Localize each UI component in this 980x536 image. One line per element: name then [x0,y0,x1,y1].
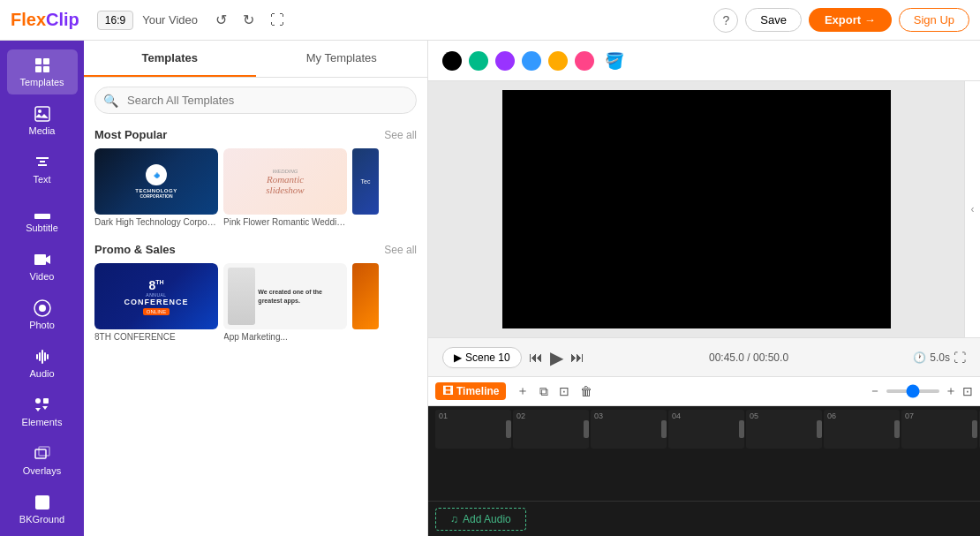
play-scene-button[interactable]: ▶ Scene 10 [442,347,522,368]
delete-button[interactable]: 🗑 [578,382,594,400]
tab-templates[interactable]: Templates [84,41,256,77]
template-label-wedding: Pink Flower Romantic Wedding ... [223,217,347,227]
svg-point-8 [39,305,46,312]
undo-button[interactable]: ↺ [212,8,230,32]
add-audio-button[interactable]: ♫ Add Audio [435,508,526,531]
handle-right-03[interactable] [661,420,667,438]
skip-back-button[interactable]: ⏮ [529,350,543,366]
promo-sales-see-all[interactable]: See all [384,244,417,256]
timeline-actions: ＋ ⧉ ⊡ 🗑 [515,381,594,401]
color-dot-blue[interactable] [522,51,541,71]
sidebar-item-elements[interactable]: Elements [7,389,78,434]
timeline-bar: 🎞 Timeline ＋ ⧉ ⊡ 🗑 － ＋ ⊡ [428,376,980,406]
color-bucket-icon[interactable]: 🪣 [605,51,624,71]
add-scene-button[interactable]: ＋ [515,381,531,401]
template-card-wedding[interactable]: WEDDING Romanticslideshow Pink Flower Ro… [223,148,347,227]
color-dot-yellow[interactable] [548,51,568,71]
template-thumb-conference: 8TH ANNUAL CONFERENCE ONLINE [94,263,218,329]
fullscreen-button[interactable]: ⛶ [267,9,288,32]
templates-panel: Templates My Templates 🔍 Most Popular Se… [84,41,428,536]
search-input[interactable] [94,87,417,114]
track-segment-02[interactable]: 02 [513,410,589,449]
video-canvas-area [428,81,964,337]
video-name-label: Your Video [142,13,198,26]
subtitle-icon [34,202,51,220]
play-pause-button[interactable]: ▶ [550,347,563,368]
duration-value: 5.0s [930,351,950,364]
sidebar-item-label: Video [30,271,55,282]
color-dot-teal[interactable] [469,51,488,71]
sidebar-item-templates[interactable]: Templates [7,49,78,94]
redo-button[interactable]: ↻ [239,8,258,32]
main-area: Templates Media Text Subtitle Video Phot… [0,41,980,536]
template-thumb-wedding: WEDDING Romanticslideshow [223,148,347,215]
tab-my-templates[interactable]: My Templates [256,41,428,77]
export-button[interactable]: Export → [809,8,892,32]
text-icon [34,154,51,171]
fit-to-screen-button[interactable]: ⊡ [962,384,973,398]
track-segment-07[interactable]: 07 [901,410,977,449]
track-segment-04[interactable]: 04 [668,410,744,449]
help-button[interactable]: ? [713,8,738,33]
app-logo: FlexClip [11,10,79,30]
track-row-main: 01 02 03 04 05 [428,406,980,452]
sidebar-item-label: Subtitle [26,223,58,233]
svg-rect-0 [35,58,41,64]
template-card-tech[interactable]: 🔷 TECHNOLOGY CORPORATION Dark High Techn… [94,148,218,227]
sidebar-item-text[interactable]: Text [7,147,78,192]
sidebar-item-audio[interactable]: Audio [7,341,78,386]
sidebar-item-overlays[interactable]: Overlays [7,438,78,483]
track-segment-03[interactable]: 03 [591,410,667,449]
handle-right-07[interactable] [972,420,977,438]
overlays-icon [34,445,51,463]
expand-button[interactable]: ⛶ [954,351,966,365]
template-card-app[interactable]: We created one of the greatest apps. App… [223,263,347,342]
zoom-out-button[interactable]: － [869,383,881,399]
svg-rect-7 [34,254,46,265]
split-button[interactable]: ⊡ [557,382,571,400]
duplicate-button[interactable]: ⧉ [538,382,550,401]
handle-right-06[interactable] [894,420,900,438]
sidebar-item-media[interactable]: Media [7,98,78,143]
track-segment-01[interactable]: 01 [435,410,511,449]
timeline-label[interactable]: 🎞 Timeline [435,382,506,400]
color-dot-pink[interactable] [575,51,594,71]
track-segment-06[interactable]: 06 [824,410,900,449]
handle-right-04[interactable] [739,420,744,438]
svg-rect-2 [35,66,41,72]
panel-tabs: Templates My Templates [84,41,427,78]
zoom-slider[interactable] [886,389,939,393]
signup-button[interactable]: Sign Up [899,8,969,32]
sidebar-item-video[interactable]: Video [7,244,78,289]
handle-right-01[interactable] [506,420,511,438]
template-card-conference[interactable]: 8TH ANNUAL CONFERENCE ONLINE 8TH CONFERE… [94,263,218,342]
sidebar-item-subtitle[interactable]: Subtitle [7,195,78,240]
svg-rect-4 [35,107,49,121]
zoom-in-button[interactable]: ＋ [945,383,957,399]
save-button[interactable]: Save [745,8,802,32]
sidebar-item-bkground[interactable]: BKGround [7,487,78,532]
skip-forward-button[interactable]: ⏭ [570,350,584,366]
most-popular-see-all[interactable]: See all [384,129,417,141]
timeline-label-text: Timeline [456,385,499,397]
sidebar-item-photo[interactable]: Photo [7,292,78,337]
template-card-partial-1[interactable]: Tec [352,148,379,215]
music-icon: ♫ [450,513,458,525]
promo-sales-grid: 8TH ANNUAL CONFERENCE ONLINE 8TH CONFERE… [84,263,427,352]
color-dot-purple[interactable] [495,51,515,71]
audio-icon [34,348,51,366]
handle-right-02[interactable] [584,420,589,438]
video-canvas [502,90,891,328]
track-segment-05[interactable]: 05 [746,410,822,449]
color-dot-black[interactable] [442,51,462,71]
svg-rect-1 [43,58,49,64]
handle-right-05[interactable] [817,420,822,438]
panel-collapse-button[interactable]: ‹ [964,81,980,337]
playback-controls: ▶ Scene 10 ⏮ ▶ ⏭ [442,347,584,368]
template-card-partial-2[interactable] [352,263,379,329]
playback-bar: ▶ Scene 10 ⏮ ▶ ⏭ 00:45.0 / 00:50.0 🕐 5.0… [428,337,980,376]
sidebar-item-label: Audio [29,368,54,379]
search-icon: 🔍 [103,94,118,108]
aspect-ratio-button[interactable]: 16:9 [97,11,133,30]
svg-rect-12 [39,447,49,456]
